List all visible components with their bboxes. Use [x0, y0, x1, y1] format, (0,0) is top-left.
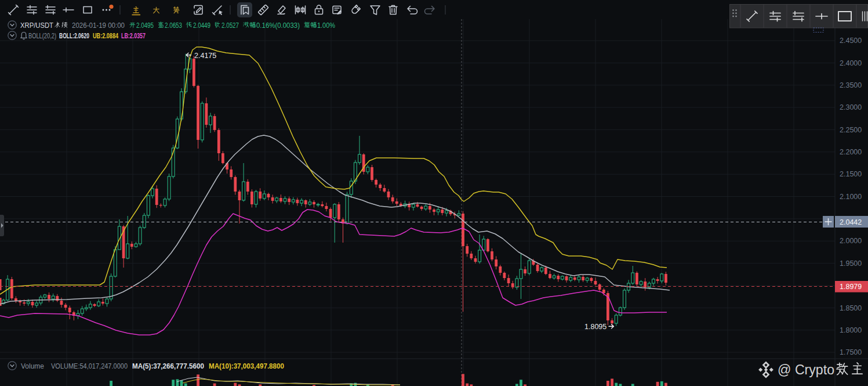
- svg-text:1.9500: 1.9500: [840, 259, 862, 268]
- svg-text:0.16%(0.0033): 0.16%(0.0033): [256, 21, 300, 30]
- svg-text:2.0000: 2.0000: [840, 237, 862, 245]
- svg-text:1.8500: 1.8500: [840, 304, 862, 312]
- svg-text:BOLL(20,2): BOLL(20,2): [28, 32, 56, 40]
- svg-text:@ Crypto: @ Crypto: [778, 362, 834, 377]
- svg-text:2.3500: 2.3500: [840, 81, 862, 89]
- svg-text:2.3000: 2.3000: [840, 103, 862, 111]
- svg-text:1.7500: 1.7500: [840, 348, 862, 356]
- svg-text:LB:2.0357: LB:2.0357: [121, 32, 146, 40]
- svg-text:UB:2.0884: UB:2.0884: [93, 32, 118, 40]
- svg-text:BOLL:2.0620: BOLL:2.0620: [59, 32, 89, 40]
- svg-text:1.8000: 1.8000: [840, 326, 862, 334]
- svg-text:2026-01-19 00:00: 2026-01-19 00:00: [72, 21, 125, 30]
- svg-text:2.2500: 2.2500: [840, 126, 862, 134]
- svg-text:2.1000: 2.1000: [840, 193, 862, 201]
- svg-text:MA(10):37,003,497.8800: MA(10):37,003,497.8800: [209, 362, 284, 370]
- svg-text:2.1500: 2.1500: [840, 170, 862, 178]
- svg-text:1.8095: 1.8095: [584, 323, 606, 331]
- svg-text:1.8979: 1.8979: [840, 283, 862, 291]
- svg-text:2.0449: 2.0449: [193, 21, 210, 30]
- svg-text:2.4000: 2.4000: [840, 59, 862, 67]
- svg-text:2.2000: 2.2000: [840, 148, 862, 156]
- svg-text:2.4500: 2.4500: [840, 37, 862, 45]
- svg-text:XRP/USDT: XRP/USDT: [20, 21, 54, 30]
- svg-text:2.4175: 2.4175: [194, 52, 216, 60]
- svg-text:Volume: Volume: [21, 362, 44, 370]
- svg-text:VOLUME:54,017,247.0000: VOLUME:54,017,247.0000: [51, 362, 128, 370]
- svg-text:2.0442: 2.0442: [840, 218, 862, 226]
- svg-text:2.0495: 2.0495: [136, 21, 154, 30]
- svg-text:2.0527: 2.0527: [221, 21, 239, 30]
- svg-text:2.0653: 2.0653: [165, 21, 182, 30]
- svg-text:MA(5):37,266,777.5600: MA(5):37,266,777.5600: [132, 362, 204, 370]
- svg-text:1.00%: 1.00%: [317, 21, 335, 30]
